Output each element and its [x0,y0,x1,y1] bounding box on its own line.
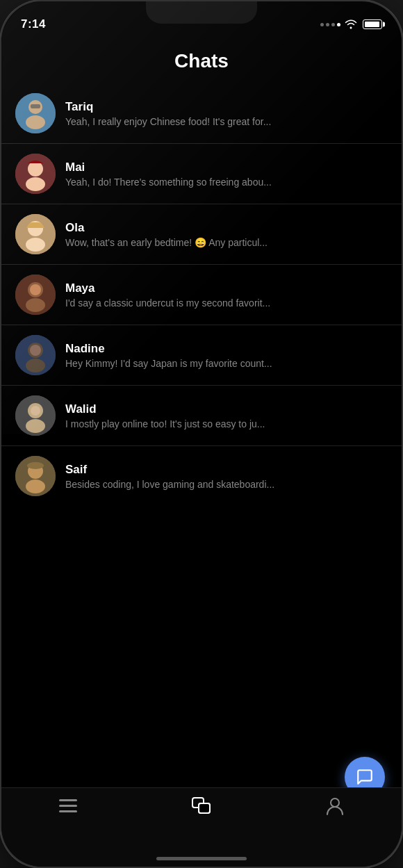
home-bar [156,857,247,860]
chat-name-nadine: Nadine [65,342,388,356]
chat-item-mai[interactable]: Mai Yeah, I do! There's something so fre… [1,144,402,204]
chat-info-nadine: Nadine Hey Kimmy! I'd say Japan is my fa… [65,342,388,369]
screen: 7:14 [1,1,402,867]
signal-icon [320,23,340,26]
page-title: Chats [1,38,402,83]
chat-item-tariq[interactable]: Tariq Yeah, I really enjoy Chinese food!… [1,83,402,144]
wifi-icon [345,19,357,29]
chat-preview-ola: Wow, that's an early bedtime! 😄 Any part… [65,237,388,248]
chat-item-walid[interactable]: Walid I mostly play online too! It's jus… [1,386,402,446]
svg-point-16 [30,345,41,356]
chat-info-walid: Walid I mostly play online too! It's jus… [65,402,388,429]
chat-name-maya: Maya [65,281,388,295]
svg-point-17 [26,359,45,372]
tab-bar [1,787,402,850]
svg-point-24 [26,480,45,493]
svg-point-2 [26,115,45,129]
chat-item-saif[interactable]: Saif Besides coding, I love gaming and s… [1,446,402,506]
svg-point-12 [26,298,45,312]
chat-info-mai: Mai Yeah, I do! There's something so fre… [65,161,388,188]
phone-frame: 7:14 [0,0,403,868]
avatar-tariq [15,93,56,133]
avatar-walid [15,395,56,436]
chat-name-tariq: Tariq [65,100,388,114]
chat-preview-maya: I'd say a classic undercut is my second … [65,297,388,309]
avatar-saif [15,456,56,496]
chat-info-saif: Saif Besides coding, I love gaming and s… [65,463,388,490]
avatar-mai [15,154,56,194]
status-time: 7:14 [21,17,46,31]
chats-icon [192,796,211,816]
chat-info-ola: Ola Wow, that's an early bedtime! 😄 Any … [65,221,388,248]
menu-icon [58,796,78,816]
chat-preview-saif: Besides coding, I love gaming and skateb… [65,479,388,490]
notch [146,1,257,24]
chat-preview-walid: I mostly play online too! It's just so e… [65,418,388,429]
avatar-maya [15,275,56,315]
app-content: Chats Tariq Yeah, I rea [1,38,402,787]
chat-info-maya: Maya I'd say a classic undercut is my se… [65,281,388,309]
home-indicator [1,850,402,867]
svg-point-21 [31,406,40,416]
chat-item-maya[interactable]: Maya I'd say a classic undercut is my se… [1,265,402,325]
svg-point-6 [26,177,45,191]
svg-rect-28 [59,810,77,812]
svg-point-33 [331,799,339,807]
svg-point-5 [28,161,43,177]
profile-icon [325,796,345,816]
status-icons [320,19,382,29]
avatar-ola [15,214,56,254]
battery-icon [363,19,382,29]
svg-point-13 [30,284,41,295]
new-chat-icon [356,768,374,786]
chat-preview-nadine: Hey Kimmy! I'd say Japan is my favorite … [65,358,388,369]
chat-name-mai: Mai [65,161,388,174]
chat-item-nadine[interactable]: Nadine Hey Kimmy! I'd say Japan is my fa… [1,325,402,386]
tab-menu[interactable] [58,796,78,816]
svg-rect-27 [59,805,77,807]
svg-rect-26 [59,799,77,801]
svg-rect-31 [199,803,210,813]
svg-point-9 [26,238,45,252]
avatar-nadine [15,335,56,375]
svg-point-25 [27,462,44,469]
chat-name-saif: Saif [65,463,388,477]
chat-preview-mai: Yeah, I do! There's something so freeing… [65,177,388,188]
chat-name-walid: Walid [65,402,388,416]
tab-chats[interactable] [192,796,211,816]
chat-preview-tariq: Yeah, I really enjoy Chinese food! It's … [65,116,388,127]
tab-profile[interactable] [325,796,345,816]
chat-info-tariq: Tariq Yeah, I really enjoy Chinese food!… [65,100,388,127]
svg-rect-3 [31,104,40,108]
chat-item-ola[interactable]: Ola Wow, that's an early bedtime! 😄 Any … [1,204,402,265]
chat-list: Tariq Yeah, I really enjoy Chinese food!… [1,83,402,787]
svg-point-20 [26,419,45,433]
chat-name-ola: Ola [65,221,388,235]
